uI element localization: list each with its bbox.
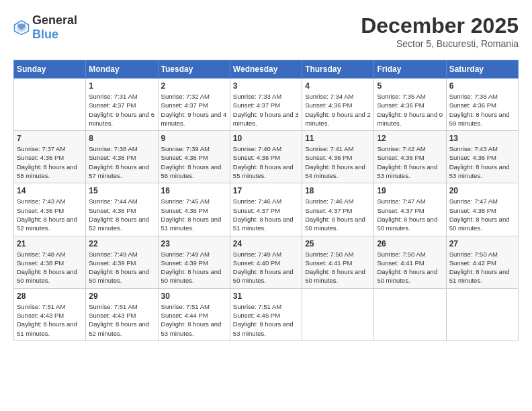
day-info: Sunrise: 7:44 AMSunset: 4:36 PMDaylight:… [89, 197, 154, 232]
day-info: Sunrise: 7:40 AMSunset: 4:36 PMDaylight:… [233, 144, 299, 180]
day-number: 11 [305, 134, 371, 143]
day-number: 15 [89, 186, 154, 195]
day-number: 12 [377, 134, 443, 143]
day-number: 27 [449, 239, 515, 248]
header-tuesday: Tuesday [158, 60, 230, 79]
calendar-cell: 16Sunrise: 7:45 AMSunset: 4:36 PMDayligh… [158, 183, 230, 236]
calendar-cell: 5Sunrise: 7:35 AMSunset: 4:36 PMDaylight… [374, 79, 446, 131]
day-number: 6 [449, 81, 515, 91]
day-info: Sunrise: 7:49 AMSunset: 4:39 PMDaylight:… [89, 250, 154, 285]
day-info: Sunrise: 7:47 AMSunset: 4:38 PMDaylight:… [449, 197, 515, 232]
day-number: 25 [305, 239, 371, 248]
calendar-cell [446, 288, 518, 340]
calendar-cell: 18Sunrise: 7:46 AMSunset: 4:37 PMDayligh… [302, 183, 374, 236]
calendar-cell: 29Sunrise: 7:51 AMSunset: 4:43 PMDayligh… [86, 288, 158, 340]
day-number: 3 [233, 81, 299, 91]
calendar-week-1: 1Sunrise: 7:31 AMSunset: 4:37 PMDaylight… [14, 79, 519, 131]
day-info: Sunrise: 7:33 AMSunset: 4:37 PMDaylight:… [233, 92, 299, 128]
calendar-cell: 13Sunrise: 7:43 AMSunset: 4:36 PMDayligh… [446, 131, 518, 183]
day-info: Sunrise: 7:35 AMSunset: 4:36 PMDaylight:… [377, 92, 443, 128]
logo: General Blue [13, 13, 77, 42]
calendar-week-2: 7Sunrise: 7:37 AMSunset: 4:36 PMDaylight… [14, 131, 519, 183]
calendar-cell: 30Sunrise: 7:51 AMSunset: 4:44 PMDayligh… [158, 288, 230, 340]
logo-general: General [32, 13, 77, 27]
calendar-cell: 25Sunrise: 7:50 AMSunset: 4:41 PMDayligh… [302, 236, 374, 288]
title-section: December 2025 Sector 5, Bucuresti, Roman… [361, 13, 519, 49]
day-info: Sunrise: 7:49 AMSunset: 4:39 PMDaylight:… [161, 250, 227, 285]
day-number: 13 [449, 134, 515, 143]
day-info: Sunrise: 7:46 AMSunset: 4:37 PMDaylight:… [305, 197, 371, 232]
day-number: 30 [161, 291, 227, 301]
day-info: Sunrise: 7:46 AMSunset: 4:37 PMDaylight:… [233, 197, 299, 232]
logo-icon [13, 19, 30, 36]
day-number: 9 [161, 134, 227, 143]
calendar-cell: 26Sunrise: 7:50 AMSunset: 4:41 PMDayligh… [374, 236, 446, 288]
calendar-cell: 17Sunrise: 7:46 AMSunset: 4:37 PMDayligh… [230, 183, 302, 236]
calendar-cell: 7Sunrise: 7:37 AMSunset: 4:36 PMDaylight… [14, 131, 86, 183]
calendar-cell: 31Sunrise: 7:51 AMSunset: 4:45 PMDayligh… [230, 288, 302, 340]
calendar-cell: 23Sunrise: 7:49 AMSunset: 4:39 PMDayligh… [158, 236, 230, 288]
calendar-cell [302, 288, 374, 340]
header-wednesday: Wednesday [230, 60, 302, 79]
calendar-cell: 14Sunrise: 7:43 AMSunset: 4:36 PMDayligh… [14, 183, 86, 236]
day-number: 26 [377, 239, 443, 248]
day-number: 17 [233, 186, 299, 195]
day-number: 16 [161, 186, 227, 195]
calendar-week-4: 21Sunrise: 7:48 AMSunset: 4:38 PMDayligh… [14, 236, 519, 288]
day-info: Sunrise: 7:50 AMSunset: 4:41 PMDaylight:… [305, 250, 371, 285]
header-friday: Friday [374, 60, 446, 79]
calendar-cell: 3Sunrise: 7:33 AMSunset: 4:37 PMDaylight… [230, 79, 302, 131]
calendar-cell: 6Sunrise: 7:36 AMSunset: 4:36 PMDaylight… [446, 79, 518, 131]
day-info: Sunrise: 7:51 AMSunset: 4:43 PMDaylight:… [89, 302, 154, 338]
calendar-cell: 10Sunrise: 7:40 AMSunset: 4:36 PMDayligh… [230, 131, 302, 183]
calendar-cell: 24Sunrise: 7:49 AMSunset: 4:40 PMDayligh… [230, 236, 302, 288]
day-info: Sunrise: 7:31 AMSunset: 4:37 PMDaylight:… [89, 92, 154, 128]
day-info: Sunrise: 7:43 AMSunset: 4:36 PMDaylight:… [17, 197, 83, 232]
calendar-cell: 28Sunrise: 7:51 AMSunset: 4:43 PMDayligh… [14, 288, 86, 340]
day-number: 10 [233, 134, 299, 143]
day-number: 28 [17, 291, 83, 301]
logo-text: General Blue [32, 13, 77, 42]
header-monday: Monday [86, 60, 158, 79]
calendar-cell: 12Sunrise: 7:42 AMSunset: 4:36 PMDayligh… [374, 131, 446, 183]
calendar-cell: 27Sunrise: 7:50 AMSunset: 4:42 PMDayligh… [446, 236, 518, 288]
day-info: Sunrise: 7:45 AMSunset: 4:36 PMDaylight:… [161, 197, 227, 232]
day-number: 5 [377, 81, 443, 91]
calendar-cell: 8Sunrise: 7:38 AMSunset: 4:36 PMDaylight… [86, 131, 158, 183]
day-number: 8 [89, 134, 154, 143]
header-thursday: Thursday [302, 60, 374, 79]
calendar-header-row: SundayMondayTuesdayWednesdayThursdayFrid… [14, 60, 519, 79]
day-number: 4 [305, 81, 371, 91]
day-info: Sunrise: 7:39 AMSunset: 4:36 PMDaylight:… [161, 144, 227, 180]
calendar-cell: 1Sunrise: 7:31 AMSunset: 4:37 PMDaylight… [86, 79, 158, 131]
day-info: Sunrise: 7:51 AMSunset: 4:43 PMDaylight:… [17, 302, 83, 338]
calendar-cell: 11Sunrise: 7:41 AMSunset: 4:36 PMDayligh… [302, 131, 374, 183]
day-number: 21 [17, 239, 83, 248]
day-number: 7 [17, 134, 83, 143]
calendar-week-3: 14Sunrise: 7:43 AMSunset: 4:36 PMDayligh… [14, 183, 519, 236]
calendar-week-5: 28Sunrise: 7:51 AMSunset: 4:43 PMDayligh… [14, 288, 519, 340]
day-info: Sunrise: 7:41 AMSunset: 4:36 PMDaylight:… [305, 144, 371, 180]
day-number: 20 [449, 186, 515, 195]
calendar-cell: 9Sunrise: 7:39 AMSunset: 4:36 PMDaylight… [158, 131, 230, 183]
day-info: Sunrise: 7:36 AMSunset: 4:36 PMDaylight:… [449, 92, 515, 128]
logo-blue: Blue [32, 28, 58, 41]
day-info: Sunrise: 7:34 AMSunset: 4:36 PMDaylight:… [305, 92, 371, 128]
calendar-cell: 15Sunrise: 7:44 AMSunset: 4:36 PMDayligh… [86, 183, 158, 236]
day-number: 14 [17, 186, 83, 195]
header-saturday: Saturday [446, 60, 518, 79]
calendar-cell: 20Sunrise: 7:47 AMSunset: 4:38 PMDayligh… [446, 183, 518, 236]
day-info: Sunrise: 7:50 AMSunset: 4:41 PMDaylight:… [377, 250, 443, 285]
calendar-cell: 19Sunrise: 7:47 AMSunset: 4:37 PMDayligh… [374, 183, 446, 236]
month-title: December 2025 [361, 13, 519, 38]
calendar-cell: 21Sunrise: 7:48 AMSunset: 4:38 PMDayligh… [14, 236, 86, 288]
day-info: Sunrise: 7:32 AMSunset: 4:37 PMDaylight:… [161, 92, 227, 128]
day-number: 24 [233, 239, 299, 248]
day-info: Sunrise: 7:47 AMSunset: 4:37 PMDaylight:… [377, 197, 443, 232]
day-info: Sunrise: 7:43 AMSunset: 4:36 PMDaylight:… [449, 144, 515, 180]
day-info: Sunrise: 7:50 AMSunset: 4:42 PMDaylight:… [449, 250, 515, 285]
day-info: Sunrise: 7:49 AMSunset: 4:40 PMDaylight:… [233, 250, 299, 285]
day-info: Sunrise: 7:51 AMSunset: 4:44 PMDaylight:… [161, 302, 227, 338]
day-info: Sunrise: 7:48 AMSunset: 4:38 PMDaylight:… [17, 250, 83, 285]
day-number: 23 [161, 239, 227, 248]
